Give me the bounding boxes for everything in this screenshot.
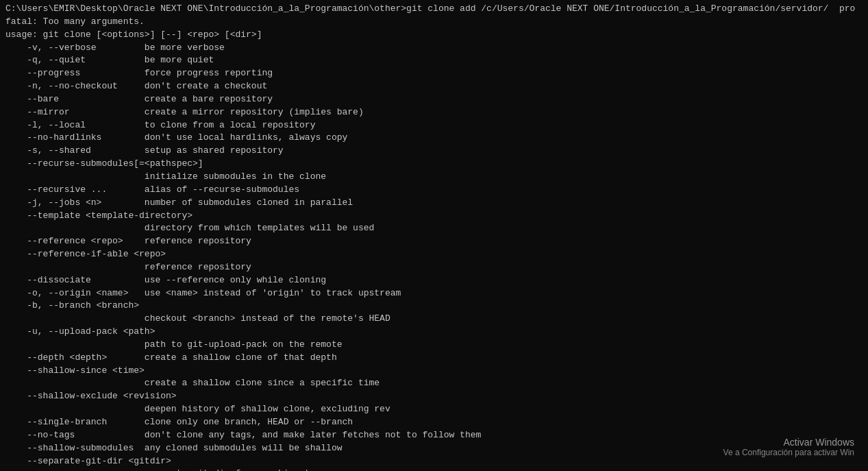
terminal-line: --reference-if-able <repo> bbox=[5, 248, 863, 261]
terminal-line: --template <template-directory> bbox=[5, 210, 863, 223]
terminal-line: --depth <depth> create a shallow clone o… bbox=[5, 352, 863, 365]
terminal-line: fatal: Too many arguments. bbox=[5, 16, 863, 29]
terminal-line: -s, --shared setup as shared repository bbox=[5, 145, 863, 158]
terminal-line: path to git-upload-pack on the remote bbox=[5, 339, 863, 352]
terminal-line: -n, --no-checkout don't create a checkou… bbox=[5, 80, 863, 93]
terminal-output: C:\Users\EMIR\Desktop\Oracle NEXT ONE\In… bbox=[5, 3, 863, 471]
terminal-line: usage: git clone [<options>] [--] <repo>… bbox=[5, 29, 863, 42]
terminal-line: --bare create a bare repository bbox=[5, 93, 863, 106]
terminal-line: C:\Users\EMIR\Desktop\Oracle NEXT ONE\In… bbox=[5, 3, 863, 16]
terminal-line: reference repository bbox=[5, 261, 863, 274]
terminal-line: -l, --local to clone from a local reposi… bbox=[5, 119, 863, 132]
terminal-line: -j, --jobs <n> number of submodules clon… bbox=[5, 197, 863, 210]
terminal-line: --no-hardlinks don't use local hardlinks… bbox=[5, 132, 863, 145]
terminal-line: --recursive ... alias of --recurse-submo… bbox=[5, 184, 863, 197]
terminal-line: checkout <branch> instead of the remote'… bbox=[5, 313, 863, 326]
terminal-line: -q, --quiet be more quiet bbox=[5, 54, 863, 67]
terminal-line: separate git dir from working tree bbox=[5, 468, 863, 471]
terminal-line: --mirror create a mirror repository (imp… bbox=[5, 106, 863, 119]
activation-subtitle: Ve a Configuración para activar Win bbox=[723, 448, 854, 457]
terminal-line: initialize submodules in the clone bbox=[5, 171, 863, 184]
terminal-line: directory from which templates will be u… bbox=[5, 222, 863, 235]
terminal-line: --single-branch clone only one branch, H… bbox=[5, 416, 863, 429]
windows-activation-notice: Activar Windows Ve a Configuración para … bbox=[723, 437, 854, 457]
terminal-window[interactable]: C:\Users\EMIR\Desktop\Oracle NEXT ONE\In… bbox=[0, 0, 868, 471]
activation-title: Activar Windows bbox=[723, 437, 854, 448]
terminal-line: --shallow-since <time> bbox=[5, 365, 863, 378]
terminal-line: --recurse-submodules[=<pathspec>] bbox=[5, 158, 863, 171]
terminal-line: create a shallow clone since a specific … bbox=[5, 377, 863, 390]
terminal-line: deepen history of shallow clone, excludi… bbox=[5, 403, 863, 416]
terminal-line: -b, --branch <branch> bbox=[5, 300, 863, 313]
terminal-line: --dissociate use --reference only while … bbox=[5, 274, 863, 287]
terminal-line: -u, --upload-pack <path> bbox=[5, 326, 863, 339]
terminal-line: --progress force progress reporting bbox=[5, 67, 863, 80]
terminal-line: -v, --verbose be more verbose bbox=[5, 42, 863, 55]
terminal-line: -o, --origin <name> use <name> instead o… bbox=[5, 287, 863, 300]
terminal-line: --shallow-exclude <revision> bbox=[5, 390, 863, 403]
terminal-line: --reference <repo> reference repository bbox=[5, 235, 863, 248]
